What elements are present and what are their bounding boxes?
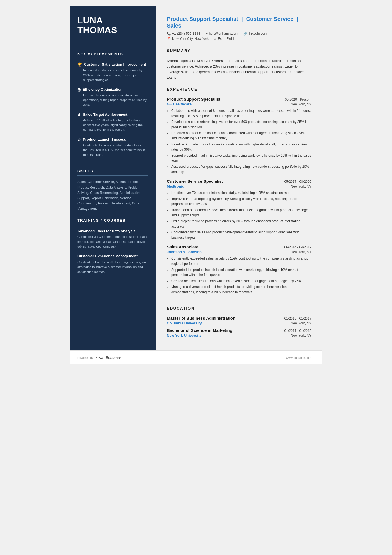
linkedin-icon: 🔗 [243,32,247,36]
education-title: EDUCATION [167,306,311,310]
company-name: Medtronic [167,184,184,188]
trophy-icon: 🏆 [77,62,82,67]
achievements-list: 🏆 Customer Satisfaction Improvement Incr… [77,62,148,162]
job-header: Customer Service Specialist 05/2017 - 08… [167,179,311,184]
degree-name: Bachelor of Science in Marketing [167,328,232,333]
summary-title: SUMMARY [167,48,311,53]
education-section: EDUCATION Master of Business Administrat… [167,299,311,340]
company-row: GE Healthcare New York, NY [167,102,311,106]
achievements-divider [77,58,148,58]
school-name: Columbia University [167,321,202,325]
edu-dates: 01/2015 - 01/2017 [284,317,311,320]
job-header: Sales Associate 06/2014 - 04/2017 [167,245,311,249]
main-content: Product Support Specialist | Customer Se… [156,6,322,350]
summary-text: Dynamic specialist with over 5 years in … [167,58,311,80]
skills-text: Sales, Customer Service, Microsoft Excel… [77,179,148,211]
brand-name: Enhancv [106,356,121,360]
location-contact: 📍 New York City, New York [167,37,209,41]
bullet-item: Support provided in administrative tasks… [171,153,311,163]
training-divider [77,225,148,225]
edu-dates: 01/2011 - 01/2015 [284,329,311,333]
bullet-item: Improved internal reporting systems by w… [171,196,311,207]
achievements-section-title: KEY ACHIEVEMENTS [77,52,148,56]
degree-name: Master of Business Administration [167,316,235,320]
experience-section: EXPERIENCE Product Support Specialist 09… [167,80,311,299]
bullet-item: Resolved intricate product issues in coo… [171,142,311,152]
edu-header: Master of Business Administration 01/201… [167,316,311,320]
linkedin-contact: 🔗 linkedin.com [243,32,267,36]
job-header: Product Support Specialist 09/2020 - Pre… [167,97,311,102]
training-section-title: TRAINING / COURSES [77,218,148,223]
bullet-item: Created detailed client reports which im… [171,278,311,284]
extra-contact: ☆ Extra Field [214,37,234,41]
bullet-item: Coordinated with sales and product devel… [171,230,311,240]
job-location: New York, NY [291,184,311,188]
experience-divider [167,93,311,93]
contact-row-2: 📍 New York City, New York ☆ Extra Field [167,37,311,41]
powered-by-text: Powered by [77,356,93,359]
bullet-item: Managed a diverse portfolio of health pr… [171,284,311,295]
training-list: Advanced Excel for Data Analysis Complet… [77,229,148,279]
school-row: New York University New York, NY [167,333,311,337]
bullet-item: Supported the product launch in collabor… [171,267,311,278]
school-row: Columbia University New York, NY [167,321,311,325]
job-title: Product Support Specialist | Customer Se… [167,16,311,29]
phone-icon: 📞 [167,32,171,36]
resume-header: Product Support Specialist | Customer Se… [167,16,311,42]
company-name: Johnson & Johnson [167,250,202,254]
footer-website: www.enhancv.com [286,356,311,359]
sidebar: LUNA THOMAS KEY ACHIEVEMENTS 🏆 Customer … [70,6,156,350]
edu-location: New York, NY [291,334,311,337]
school-name: New York University [167,333,202,337]
job-dates: 06/2014 - 04/2017 [284,245,311,249]
summary-divider [167,55,311,55]
resume: LUNA THOMAS KEY ACHIEVEMENTS 🏆 Customer … [70,6,322,364]
job-location: New York, NY [291,102,311,106]
company-name: GE Healthcare [167,102,192,106]
location-icon: 📍 [167,37,171,41]
resume-footer: Powered by Enhancv www.enhancv.com [70,350,322,364]
training-item: Advanced Excel for Data Analysis Complet… [77,229,148,249]
company-row: Medtronic New York, NY [167,184,311,188]
skills-section-title: SKILLS [77,169,148,173]
sales-icon: ♟ [77,112,81,117]
job-location: New York, NY [291,250,311,254]
achievement-item: ◎ Efficiency Optimization Led an efficie… [77,87,148,107]
achievement-item: 🏆 Customer Satisfaction Improvement Incr… [77,62,148,82]
bullet-item: Developed a cross-referencing system for… [171,119,311,130]
achievement-item: ♟ Sales Target Achievement Achieved 115%… [77,112,148,132]
job-bullets: Consistently exceeded sales targets by 1… [167,256,311,295]
job-title-text: Product Support Specialist [167,97,220,102]
email-contact: ✉ help@enhancv.com [205,32,238,36]
summary-section: SUMMARY Dynamic specialist with over 5 y… [167,42,311,80]
job-title-text: Customer Service Specialist [167,179,223,184]
contact-row: 📞 +1-(234)-555-1234 ✉ help@enhancv.com 🔗… [167,32,311,36]
email-icon: ✉ [205,32,208,36]
bullet-item: Consistently exceeded sales targets by 1… [171,256,311,266]
bullet-item: Collaborated with a team of 8 to ensure … [171,108,311,119]
job-dates: 09/2020 - Present [285,98,311,102]
star-icon: ☆ [77,137,81,142]
bullet-item: Handled over 70 customer interactions da… [171,190,311,196]
edu-header: Bachelor of Science in Marketing 01/2011… [167,328,311,333]
bullet-item: Assessed product offer gaps, successfull… [171,164,311,174]
bullet-item: Led a project reducing processing errors… [171,219,311,229]
bullet-item: Reported on product deficiencies and coo… [171,130,311,141]
job-dates: 05/2017 - 08/2020 [284,180,311,184]
experience-title: EXPERIENCE [167,87,311,92]
company-row: Johnson & Johnson New York, NY [167,250,311,254]
enhancv-logo-icon [96,356,103,360]
bullet-item: Trained and onboarded 15 new hires, stre… [171,208,311,218]
edu-location: New York, NY [291,321,311,325]
achievement-item: ☆ Product Launch Success Contributed to … [77,137,148,157]
job-title-text: Sales Associate [167,245,199,249]
phone-contact: 📞 +1-(234)-555-1234 [167,32,200,36]
candidate-name: LUNA THOMAS [77,16,148,35]
star-extra-icon: ☆ [214,37,217,41]
education-divider [167,312,311,312]
job-bullets: Handled over 70 customer interactions da… [167,190,311,240]
skills-divider [77,175,148,176]
efficiency-icon: ◎ [77,87,81,92]
job-bullets: Collaborated with a team of 8 to ensure … [167,108,311,174]
training-item: Customer Experience Management Certifica… [77,254,148,274]
